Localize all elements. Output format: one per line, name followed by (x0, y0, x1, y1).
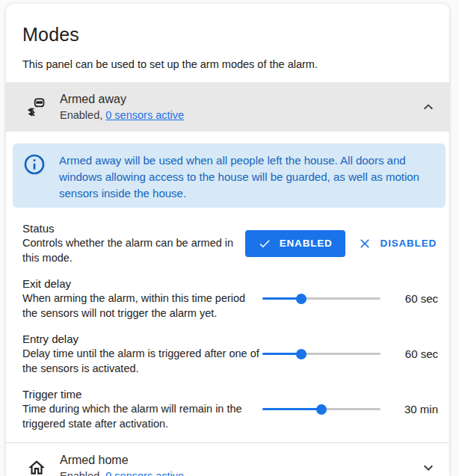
settings-list: Status Controls whether the alarm can be… (6, 208, 449, 431)
status-text-block: Status Controls whether the alarm can be… (22, 221, 245, 265)
trigger-time-slider[interactable] (262, 403, 381, 416)
entry-delay-description: Delay time until the alarm is triggered … (22, 347, 262, 376)
info-text: Armed away will be used when all people … (59, 149, 434, 202)
armed-home-status-text: Enabled, (60, 470, 102, 476)
status-toggle: ENABLED DISABLED (245, 230, 438, 257)
entry-delay-text-block: Entry delay Delay time until the alarm i… (22, 332, 262, 376)
armed-away-subtitle: Enabled, 0 sensors active (60, 109, 184, 121)
chevron-up-icon[interactable] (419, 98, 437, 116)
trigger-time-description: Time during which the alarm will remain … (22, 402, 262, 431)
trigger-time-value: 30 min (381, 403, 438, 415)
car-leaving-icon (27, 97, 46, 117)
disabled-button-label: DISABLED (381, 238, 437, 249)
trigger-time-control: 30 min (262, 403, 438, 416)
entry-delay-title: Entry delay (22, 332, 262, 346)
trigger-time-text-block: Trigger time Time during which the alarm… (22, 387, 262, 431)
enabled-button-label: ENABLED (280, 238, 333, 249)
setting-row-status: Status Controls whether the alarm can be… (22, 221, 438, 265)
exit-delay-value: 60 sec (381, 292, 438, 305)
armed-away-header[interactable]: Armed away Enabled, 0 sensors active (6, 82, 449, 132)
armed-home-title: Armed home (60, 454, 184, 467)
armed-home-sensors-link[interactable]: 0 sensors active (105, 470, 184, 476)
armed-away-status-text: Enabled, (60, 109, 102, 121)
entry-delay-value: 60 sec (381, 347, 438, 360)
card-intro: Modes This panel can be used to set up t… (6, 4, 449, 82)
armed-away-title: Armed away (60, 93, 184, 106)
entry-delay-control: 60 sec (262, 347, 438, 361)
exit-delay-text-block: Exit delay When arming the alarm, within… (22, 276, 262, 321)
slider-thumb[interactable] (316, 404, 327, 415)
disabled-button[interactable]: DISABLED (356, 236, 438, 251)
status-title: Status (22, 221, 245, 235)
setting-row-exit-delay: Exit delay When arming the alarm, within… (22, 276, 438, 321)
trigger-time-title: Trigger time (22, 387, 262, 401)
slider-thumb[interactable] (296, 349, 306, 359)
close-icon (357, 236, 372, 251)
check-icon (258, 237, 271, 250)
armed-home-header[interactable]: Armed home Enabled, 0 sensors active (6, 442, 449, 476)
exit-delay-title: Exit delay (22, 276, 262, 291)
enabled-button[interactable]: ENABLED (245, 230, 345, 257)
modes-card: Modes This panel can be used to set up t… (6, 4, 449, 476)
setting-row-trigger-time: Trigger time Time during which the alarm… (22, 387, 438, 431)
info-icon (22, 152, 46, 176)
exit-delay-description: When arming the alarm, within this time … (22, 291, 262, 321)
info-banner: Armed away will be used when all people … (13, 143, 446, 208)
home-icon (27, 458, 46, 476)
exit-delay-slider[interactable] (262, 292, 381, 306)
setting-row-entry-delay: Entry delay Delay time until the alarm i… (22, 332, 438, 376)
exit-delay-control: 60 sec (262, 292, 438, 306)
page-description: This panel can be used to set up the arm… (22, 58, 431, 70)
page-title: Modes (22, 24, 431, 46)
slider-thumb[interactable] (296, 294, 306, 304)
armed-home-subtitle: Enabled, 0 sensors active (60, 470, 184, 476)
armed-home-header-text: Armed home Enabled, 0 sensors active (60, 454, 184, 476)
status-description: Controls whether the alarm can be armed … (22, 236, 245, 265)
armed-away-header-text: Armed away Enabled, 0 sensors active (60, 93, 184, 121)
entry-delay-slider[interactable] (262, 347, 381, 361)
armed-away-sensors-link[interactable]: 0 sensors active (105, 109, 184, 121)
slider-fill (262, 408, 321, 410)
armed-away-body: Armed away will be used when all people … (6, 143, 449, 431)
chevron-down-icon[interactable] (419, 459, 437, 476)
